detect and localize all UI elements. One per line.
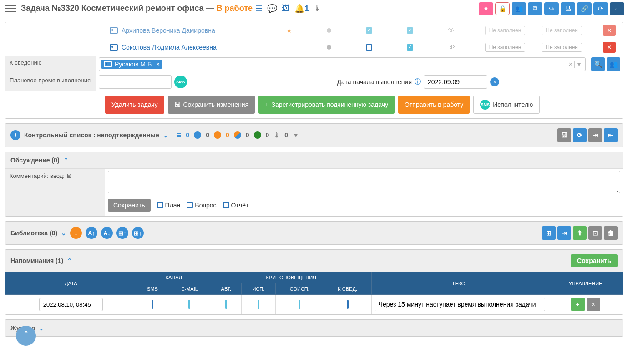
chip-remove-icon[interactable]: × bbox=[156, 61, 160, 68]
plan-time-label: Плановое время выполнения bbox=[5, 73, 96, 91]
person-row: Архипова Вероника Дамировна ★ 👁 Не запол… bbox=[105, 22, 620, 39]
plan-checkbox[interactable]: План bbox=[157, 202, 181, 209]
chevron-up-icon[interactable]: ⌃ bbox=[63, 157, 69, 164]
export-checklist-button[interactable]: ⇥ bbox=[588, 128, 602, 142]
back-button[interactable]: ← bbox=[610, 2, 624, 15]
grid-view-button[interactable]: ⊞ bbox=[542, 226, 556, 240]
card-icon bbox=[104, 61, 112, 67]
info-icon[interactable]: i bbox=[10, 130, 20, 140]
avt-checkbox[interactable] bbox=[225, 300, 227, 309]
stat-count: 0 bbox=[186, 131, 189, 139]
download-icon[interactable]: ↓ bbox=[70, 227, 82, 239]
trash-button[interactable]: 🗑 bbox=[604, 226, 618, 240]
question-checkbox[interactable]: Вопрос bbox=[187, 202, 216, 209]
isp-checkbox[interactable] bbox=[258, 300, 259, 309]
lib-icon-a[interactable]: A↑ bbox=[86, 227, 97, 239]
link-button[interactable]: 🔗 bbox=[577, 2, 592, 15]
sms-icon[interactable]: SMS bbox=[174, 76, 187, 88]
stat-count: 0 bbox=[284, 131, 288, 139]
th-control: УПРАВЛЕНИЕ bbox=[548, 272, 623, 295]
th-avt: АВТ. bbox=[211, 283, 241, 295]
save-changes-button[interactable]: 🖫 Сохранить изменения bbox=[168, 96, 255, 114]
delete-person-button[interactable]: ✕ bbox=[603, 25, 616, 36]
person-row: Соколова Людмила Алексеевна 👁 Не заполне… bbox=[105, 39, 620, 56]
checkbox[interactable] bbox=[407, 44, 413, 51]
eye-off-icon: 👁 bbox=[448, 26, 455, 35]
stat-icon bbox=[214, 131, 221, 139]
info-icon[interactable]: ⓘ bbox=[415, 78, 421, 86]
app-header: Задача №3320 Косметический ремонт офиса … bbox=[0, 0, 628, 17]
clear-icon[interactable]: × bbox=[569, 61, 572, 68]
thermometer-icon: 🌡 bbox=[273, 131, 280, 139]
thermometer-icon[interactable]: 🌡 bbox=[314, 4, 322, 13]
status-dot bbox=[327, 28, 331, 33]
bell-count: 1 bbox=[304, 4, 309, 13]
fyi-chip[interactable]: Русаков М.Б. × bbox=[101, 60, 162, 69]
plan-time-input[interactable] bbox=[99, 75, 172, 89]
dropdown-icon[interactable]: ▾ bbox=[574, 61, 583, 68]
chevron-down-icon[interactable]: ⌄ bbox=[163, 131, 168, 139]
favorite-button[interactable]: ♥ bbox=[479, 2, 493, 15]
to-executor-button[interactable]: SMSИсполнителю bbox=[473, 96, 540, 114]
library-title: Библиотека (0) bbox=[10, 229, 57, 237]
add-group-button[interactable]: 👥 bbox=[607, 57, 620, 71]
checkbox[interactable] bbox=[407, 27, 413, 34]
comment-input[interactable] bbox=[108, 171, 620, 193]
task-fields-panel: Архипова Вероника Дамировна ★ 👁 Не запол… bbox=[5, 22, 623, 119]
print-button[interactable]: 🖶 bbox=[561, 2, 575, 15]
start-date-input[interactable] bbox=[424, 75, 487, 89]
search-user-button[interactable]: 🔍 bbox=[591, 57, 605, 71]
reminder-datetime-input[interactable] bbox=[39, 298, 103, 311]
lib-icon-a2[interactable]: A↓ bbox=[101, 227, 113, 239]
sms-checkbox[interactable] bbox=[152, 300, 153, 309]
upload-button[interactable]: ⬆ bbox=[573, 226, 587, 240]
chat-icon[interactable]: 💬 bbox=[267, 4, 277, 14]
refresh-button[interactable]: ⟳ bbox=[593, 2, 608, 15]
copy-button[interactable]: ⧉ bbox=[528, 2, 542, 15]
export-button[interactable]: ⇥ bbox=[557, 226, 571, 240]
th-ksved: К СВЕД. bbox=[324, 283, 371, 295]
bell-icon[interactable]: 🔔1 bbox=[294, 4, 309, 14]
delete-task-button[interactable]: Удалить задачу bbox=[105, 96, 164, 114]
forward-button[interactable]: ↪ bbox=[544, 2, 559, 15]
ksved-checkbox[interactable] bbox=[347, 300, 349, 309]
stat-icon bbox=[254, 131, 261, 139]
stat-count: 0 bbox=[226, 131, 229, 139]
compress-button[interactable]: ⊡ bbox=[588, 226, 602, 240]
lib-icon-grid2[interactable]: ⊞↓ bbox=[132, 227, 144, 239]
list-icon[interactable]: ☰ bbox=[255, 4, 263, 14]
delete-person-button[interactable]: ✕ bbox=[603, 42, 616, 53]
start-date-label: Дата начала выполнения bbox=[337, 78, 412, 86]
menu-icon[interactable] bbox=[4, 3, 18, 14]
checkbox[interactable] bbox=[366, 44, 372, 51]
reminders-panel: Напоминания (1) ⌃ Сохранить ДАТА КАНАЛ К… bbox=[5, 249, 623, 315]
checkbox[interactable] bbox=[366, 27, 372, 34]
action-buttons: Удалить задачу 🖫 Сохранить изменения + З… bbox=[5, 91, 623, 118]
chevron-down-icon[interactable]: ⌄ bbox=[39, 324, 44, 332]
register-subtask-button[interactable]: + Зарегистрировать подчиненную задачу bbox=[258, 96, 395, 114]
image-icon[interactable]: 🖼 bbox=[282, 4, 290, 13]
soisp-checkbox[interactable] bbox=[299, 300, 300, 309]
save-comment-button[interactable]: Сохранить bbox=[108, 199, 151, 212]
import-checklist-button[interactable]: ⇤ bbox=[604, 128, 618, 142]
add-reminder-button[interactable]: + bbox=[571, 298, 585, 311]
save-checklist-button[interactable]: 🖫 bbox=[557, 128, 571, 142]
lock-button[interactable]: 🔒 bbox=[495, 2, 510, 15]
chevron-down-icon[interactable]: ⌄ bbox=[61, 229, 66, 237]
send-to-work-button[interactable]: Отправить в работу bbox=[398, 96, 470, 114]
filter-icon[interactable]: ▼ bbox=[293, 131, 299, 139]
fyi-input[interactable]: Русаков М.Б. × × ▾ bbox=[99, 57, 586, 71]
scroll-to-top-button[interactable]: ˄ bbox=[16, 326, 36, 346]
save-reminders-button[interactable]: Сохранить bbox=[571, 254, 618, 267]
report-checkbox[interactable]: Отчёт bbox=[223, 202, 249, 209]
chevron-up-icon[interactable]: ⌃ bbox=[67, 257, 72, 264]
status-dot bbox=[327, 45, 331, 50]
remove-reminder-button[interactable]: × bbox=[587, 298, 600, 311]
lib-icon-grid[interactable]: ⊞↑ bbox=[116, 227, 128, 239]
users-button[interactable]: 👥 bbox=[512, 2, 526, 15]
reminder-text-input[interactable] bbox=[375, 298, 546, 311]
email-checkbox[interactable] bbox=[188, 300, 190, 309]
checklist-panel: i Контрольный список : неподтвержденные … bbox=[5, 123, 623, 147]
clear-date-button[interactable]: × bbox=[490, 77, 499, 86]
refresh-checklist-button[interactable]: ⟳ bbox=[573, 128, 587, 142]
